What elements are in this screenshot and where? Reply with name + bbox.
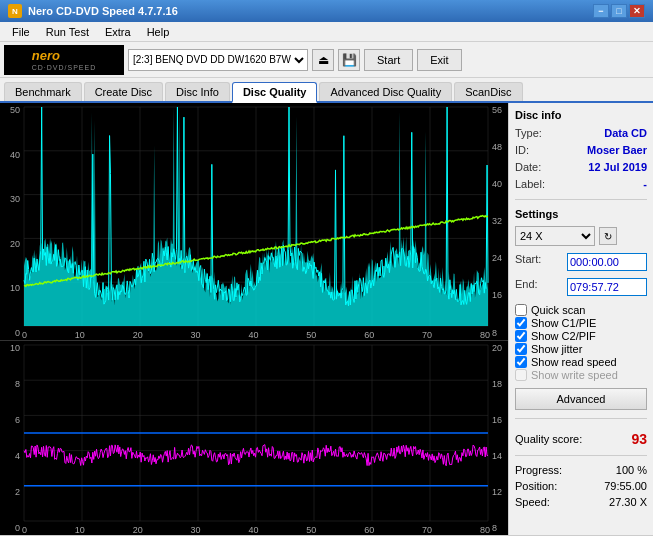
end-row: End:	[515, 278, 647, 296]
disc-type-label: Type:	[515, 127, 542, 139]
tab-disc-info[interactable]: Disc Info	[165, 82, 230, 101]
maximize-button[interactable]: □	[611, 4, 627, 18]
speed-row: Speed: 27.30 X	[515, 496, 647, 508]
disc-date-row: Date: 12 Jul 2019	[515, 161, 647, 173]
right-panel: Disc info Type: Data CD ID: Moser Baer D…	[508, 103, 653, 535]
show-c1-label: Show C1/PIE	[531, 317, 596, 329]
quality-score-label: Quality score:	[515, 433, 582, 445]
divider-1	[515, 199, 647, 200]
nero-logo-text: nero	[32, 48, 97, 63]
show-jitter-checkbox[interactable]	[515, 343, 527, 355]
menu-file[interactable]: File	[4, 24, 38, 40]
disc-label-label: Label:	[515, 178, 545, 190]
lower-x-axis: 0 10 20 30 40 50 60 70 80	[22, 525, 490, 535]
progress-label: Progress:	[515, 464, 562, 476]
refresh-button[interactable]: ↻	[599, 227, 617, 245]
tab-advanced-disc-quality[interactable]: Advanced Disc Quality	[319, 82, 452, 101]
menu-runtest[interactable]: Run Test	[38, 24, 97, 40]
disc-id-value: Moser Baer	[587, 144, 647, 156]
speed-label: Speed:	[515, 496, 550, 508]
tab-scandisc[interactable]: ScanDisc	[454, 82, 522, 101]
menu-extra[interactable]: Extra	[97, 24, 139, 40]
quick-scan-row: Quick scan	[515, 304, 647, 316]
eject-button[interactable]: ⏏	[312, 49, 334, 71]
upper-x-axis: 0 10 20 30 40 50 60 70 80	[22, 330, 490, 340]
show-c1-row: Show C1/PIE	[515, 317, 647, 329]
minimize-button[interactable]: −	[593, 4, 609, 18]
upper-chart: 50 40 30 20 10 0 56 48 40 32 24 16 8 0 1…	[0, 103, 508, 341]
disc-date-label: Date:	[515, 161, 541, 173]
nero-logo: nero CD·DVD/SPEED	[4, 45, 124, 75]
tab-bar: Benchmark Create Disc Disc Info Disc Qua…	[0, 78, 653, 103]
disc-id-row: ID: Moser Baer	[515, 144, 647, 156]
toolbar: nero CD·DVD/SPEED [2:3] BENQ DVD DD DW16…	[0, 42, 653, 78]
menu-help[interactable]: Help	[139, 24, 178, 40]
main-content: 50 40 30 20 10 0 56 48 40 32 24 16 8 0 1…	[0, 103, 653, 535]
disc-type-value: Data CD	[604, 127, 647, 139]
show-read-speed-checkbox[interactable]	[515, 356, 527, 368]
tab-create-disc[interactable]: Create Disc	[84, 82, 163, 101]
show-c2-label: Show C2/PIF	[531, 330, 596, 342]
window-controls: − □ ✕	[593, 4, 645, 18]
show-c2-checkbox[interactable]	[515, 330, 527, 342]
show-write-speed-label: Show write speed	[531, 369, 618, 381]
speed-value: 27.30 X	[609, 496, 647, 508]
lower-chart: 10 8 6 4 2 0 20 18 16 14 12 8 0 10 20 30…	[0, 341, 508, 535]
drive-select[interactable]: [2:3] BENQ DVD DD DW1620 B7W9	[128, 49, 308, 71]
quick-scan-checkbox[interactable]	[515, 304, 527, 316]
disc-type-row: Type: Data CD	[515, 127, 647, 139]
speed-select[interactable]: 24 X	[515, 226, 595, 246]
disc-info-title: Disc info	[515, 109, 647, 121]
close-button[interactable]: ✕	[629, 4, 645, 18]
show-jitter-row: Show jitter	[515, 343, 647, 355]
menubar: File Run Test Extra Help	[0, 22, 653, 42]
tab-disc-quality[interactable]: Disc Quality	[232, 82, 318, 103]
divider-3	[515, 455, 647, 456]
lower-y-right-axis: 20 18 16 14 12 8	[490, 341, 508, 535]
quick-scan-label: Quick scan	[531, 304, 585, 316]
disc-label-value: -	[643, 178, 647, 190]
end-label: End:	[515, 278, 538, 296]
start-input[interactable]	[567, 253, 647, 271]
show-jitter-label: Show jitter	[531, 343, 582, 355]
disc-id-label: ID:	[515, 144, 529, 156]
upper-y-left-axis: 50 40 30 20 10 0	[0, 103, 22, 340]
lower-y-left-axis: 10 8 6 4 2 0	[0, 341, 22, 535]
disc-label-row: Label: -	[515, 178, 647, 190]
position-value: 79:55.00	[604, 480, 647, 492]
show-c2-row: Show C2/PIF	[515, 330, 647, 342]
position-label: Position:	[515, 480, 557, 492]
show-write-speed-checkbox	[515, 369, 527, 381]
advanced-button[interactable]: Advanced	[515, 388, 647, 410]
start-label: Start:	[515, 253, 541, 271]
show-read-speed-label: Show read speed	[531, 356, 617, 368]
end-input[interactable]	[567, 278, 647, 296]
divider-2	[515, 418, 647, 419]
show-write-speed-row: Show write speed	[515, 369, 647, 381]
quality-score-row: Quality score: 93	[515, 431, 647, 447]
start-button[interactable]: Start	[364, 49, 413, 71]
upper-y-right-axis: 56 48 40 32 24 16 8	[490, 103, 508, 340]
disc-date-value: 12 Jul 2019	[588, 161, 647, 173]
show-c1-checkbox[interactable]	[515, 317, 527, 329]
app-icon: N	[8, 4, 22, 18]
chart-area: 50 40 30 20 10 0 56 48 40 32 24 16 8 0 1…	[0, 103, 508, 535]
quality-score-value: 93	[631, 431, 647, 447]
show-read-speed-row: Show read speed	[515, 356, 647, 368]
progress-value: 100 %	[616, 464, 647, 476]
save-button[interactable]: 💾	[338, 49, 360, 71]
titlebar: N Nero CD-DVD Speed 4.7.7.16 − □ ✕	[0, 0, 653, 22]
tab-benchmark[interactable]: Benchmark	[4, 82, 82, 101]
settings-title: Settings	[515, 208, 647, 220]
progress-row: Progress: 100 %	[515, 464, 647, 476]
app-title: Nero CD-DVD Speed 4.7.7.16	[28, 5, 593, 17]
start-row: Start:	[515, 253, 647, 271]
exit-button[interactable]: Exit	[417, 49, 461, 71]
nero-logo-sub: CD·DVD/SPEED	[32, 64, 97, 71]
position-row: Position: 79:55.00	[515, 480, 647, 492]
